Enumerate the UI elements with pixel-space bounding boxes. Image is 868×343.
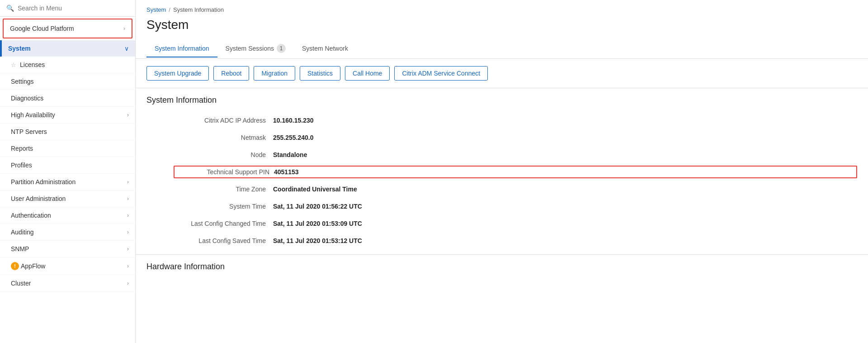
info-value-time-zone: Coordinated Universal Time	[273, 186, 357, 193]
info-label-system-time: System Time	[174, 203, 273, 210]
sidebar-item-label-ntp-servers: NTP Servers	[11, 128, 47, 135]
info-value-technical-support-pin: 4051153	[274, 168, 299, 176]
system-upgrade-button[interactable]: System Upgrade	[146, 66, 209, 81]
breadcrumb-link[interactable]: System	[146, 6, 166, 13]
info-label-netmask: Netmask	[174, 134, 273, 141]
sidebar-item-label-diagnostics: Diagnostics	[11, 95, 43, 102]
action-buttons: System UpgradeRebootMigrationStatisticsC…	[136, 59, 868, 88]
sidebar: 🔍 Google Cloud Platform › System ∨ ☆Lice…	[0, 0, 136, 343]
gcp-label: Google Cloud Platform	[10, 25, 74, 32]
info-value-last-config-saved-time: Sat, 11 Jul 2020 01:53:12 UTC	[273, 237, 362, 244]
sidebar-item-label-appflow: AppFlow	[21, 262, 45, 270]
star-icon: ☆	[11, 62, 16, 68]
tab-system-information[interactable]: System Information	[146, 40, 217, 57]
authentication-chevron-right-icon: ›	[127, 212, 129, 219]
tabs-bar: System InformationSystem Sessions1System…	[136, 39, 868, 59]
tab-label-system-sessions: System Sessions	[226, 45, 274, 52]
tab-system-network[interactable]: System Network	[294, 40, 356, 57]
sidebar-item-label-auditing: Auditing	[11, 229, 34, 236]
system-info-section: System Information Citrix ADC IP Address…	[136, 88, 868, 254]
sidebar-item-snmp[interactable]: SNMP›	[0, 241, 135, 257]
cluster-chevron-right-icon: ›	[127, 280, 129, 286]
hardware-info-title: Hardware Information	[146, 262, 857, 272]
breadcrumb: System / System Information	[136, 0, 868, 16]
google-cloud-platform-item[interactable]: Google Cloud Platform ›	[3, 19, 132, 38]
info-label-technical-support-pin: Technical Support PIN	[175, 168, 274, 176]
info-row-node: NodeStandalone	[174, 148, 857, 161]
sidebar-item-ntp-servers[interactable]: NTP Servers	[0, 124, 135, 140]
search-icon: 🔍	[6, 5, 14, 12]
partition-administration-chevron-right-icon: ›	[127, 179, 129, 185]
info-row-netmask: Netmask255.255.240.0	[174, 131, 857, 144]
tab-label-system-information: System Information	[155, 45, 209, 52]
system-info-table: Citrix ADC IP Address10.160.15.230Netmas…	[146, 114, 857, 247]
sidebar-item-label-user-administration: User Administration	[11, 195, 66, 202]
search-bar: 🔍	[0, 0, 135, 17]
info-value-last-config-changed-time: Sat, 11 Jul 2020 01:53:09 UTC	[273, 220, 362, 227]
info-value-netmask: 255.255.240.0	[273, 134, 314, 141]
sidebar-item-label-high-availability: High Availability	[11, 111, 55, 119]
citrix-adm-service-connect-button[interactable]: Citrix ADM Service Connect	[394, 66, 488, 81]
sidebar-item-appflow[interactable]: !AppFlow›	[0, 257, 135, 275]
reboot-button[interactable]: Reboot	[213, 66, 249, 81]
sidebar-item-high-availability[interactable]: High Availability›	[0, 107, 135, 124]
info-row-technical-support-pin: Technical Support PIN4051153	[174, 166, 857, 178]
info-row-last-config-saved-time: Last Config Saved TimeSat, 11 Jul 2020 0…	[174, 234, 857, 247]
tab-badge-system-sessions: 1	[277, 44, 286, 53]
sidebar-item-label-partition-administration: Partition Administration	[11, 178, 75, 186]
snmp-chevron-right-icon: ›	[127, 246, 129, 252]
sidebar-item-licenses[interactable]: ☆Licenses	[0, 57, 135, 73]
gcp-chevron-right-icon: ›	[123, 25, 125, 32]
high-availability-chevron-right-icon: ›	[127, 112, 129, 118]
sidebar-item-diagnostics[interactable]: Diagnostics	[0, 90, 135, 107]
info-label-time-zone: Time Zone	[174, 186, 273, 193]
breadcrumb-separator: /	[169, 6, 170, 13]
breadcrumb-current: System Information	[173, 6, 224, 13]
sidebar-item-label-profiles: Profiles	[11, 162, 32, 169]
sidebar-item-label-cluster: Cluster	[11, 280, 31, 287]
migration-button[interactable]: Migration	[254, 66, 295, 81]
sidebar-item-label-snmp: SNMP	[11, 245, 29, 252]
info-value-citrix-adc-ip: 10.160.15.230	[273, 117, 314, 124]
hardware-info-section: Hardware Information	[136, 254, 868, 288]
sidebar-item-user-administration[interactable]: User Administration›	[0, 191, 135, 207]
info-row-last-config-changed-time: Last Config Changed TimeSat, 11 Jul 2020…	[174, 217, 857, 230]
sidebar-item-label-reports: Reports	[11, 145, 33, 152]
main-content: System / System Information System Syste…	[136, 0, 868, 343]
info-label-node: Node	[174, 151, 273, 158]
page-title: System	[136, 16, 868, 39]
search-input[interactable]	[18, 5, 129, 12]
sidebar-item-auditing[interactable]: Auditing›	[0, 224, 135, 241]
appflow-badge: !	[11, 262, 19, 270]
tab-system-sessions[interactable]: System Sessions1	[217, 39, 294, 58]
sidebar-item-cluster[interactable]: Cluster›	[0, 275, 135, 292]
info-row-system-time: System TimeSat, 11 Jul 2020 01:56:22 UTC	[174, 200, 857, 213]
appflow-chevron-right-icon: ›	[127, 263, 129, 269]
system-chevron-down-icon: ∨	[124, 45, 129, 52]
sidebar-item-authentication[interactable]: Authentication›	[0, 207, 135, 224]
sidebar-item-settings[interactable]: Settings	[0, 73, 135, 90]
sidebar-item-label-licenses: Licenses	[20, 61, 45, 68]
info-row-citrix-adc-ip: Citrix ADC IP Address10.160.15.230	[174, 114, 857, 127]
statistics-button[interactable]: Statistics	[300, 66, 340, 81]
info-label-citrix-adc-ip: Citrix ADC IP Address	[174, 117, 273, 124]
info-row-time-zone: Time ZoneCoordinated Universal Time	[174, 183, 857, 195]
info-value-system-time: Sat, 11 Jul 2020 01:56:22 UTC	[273, 203, 362, 210]
sidebar-item-profiles[interactable]: Profiles	[0, 157, 135, 174]
nav-items: ☆LicensesSettingsDiagnosticsHigh Availab…	[0, 57, 135, 292]
info-label-last-config-changed-time: Last Config Changed Time	[174, 220, 273, 227]
system-info-title: System Information	[146, 95, 857, 105]
info-value-node: Standalone	[273, 151, 307, 158]
auditing-chevron-right-icon: ›	[127, 229, 129, 235]
info-label-last-config-saved-time: Last Config Saved Time	[174, 237, 273, 244]
sidebar-item-label-settings: Settings	[11, 78, 34, 85]
system-group-label: System	[8, 45, 31, 52]
user-administration-chevron-right-icon: ›	[127, 195, 129, 202]
system-group-header[interactable]: System ∨	[0, 40, 135, 57]
sidebar-item-label-authentication: Authentication	[11, 212, 51, 219]
tab-label-system-network: System Network	[302, 45, 348, 52]
sidebar-item-partition-administration[interactable]: Partition Administration›	[0, 174, 135, 191]
sidebar-item-reports[interactable]: Reports	[0, 140, 135, 157]
call-home-button[interactable]: Call Home	[345, 66, 390, 81]
